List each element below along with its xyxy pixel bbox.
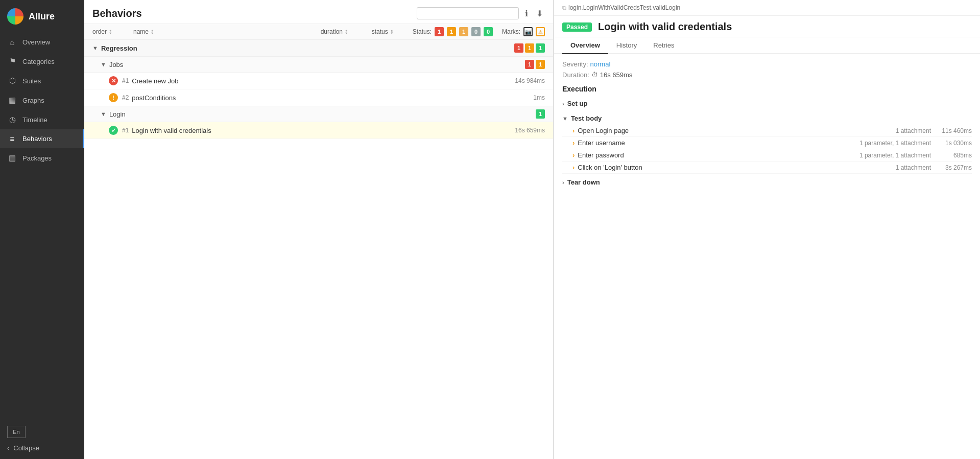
- step-meta: 1 parameter, 1 attachment: [859, 140, 931, 147]
- status-col-label: status: [372, 28, 388, 35]
- sidebar-item-timeline[interactable]: ◷ Timeline: [0, 110, 84, 129]
- setup-label: Set up: [567, 100, 588, 107]
- step-name: Click on 'Login' button: [578, 164, 892, 171]
- regression-chevron: ▼: [92, 45, 98, 51]
- sidebar-label-overview: Overview: [22, 38, 50, 46]
- duration-value: 16s 659ms: [600, 71, 633, 79]
- duration-sort-icon: ⇕: [344, 29, 348, 35]
- step-item[interactable]: › Open Login page 1 attachment 11s 460ms: [562, 125, 972, 137]
- teardown-section-toggle[interactable]: › Tear down: [562, 176, 972, 189]
- step-duration: 3s 267ms: [931, 164, 972, 171]
- teardown-chevron: ›: [562, 179, 564, 186]
- step-item[interactable]: › Enter password 1 parameter, 1 attachme…: [562, 149, 972, 162]
- sidebar-label-packages: Packages: [22, 154, 52, 162]
- regression-label: Regression: [101, 44, 137, 52]
- suites-icon: ⬡: [7, 76, 17, 85]
- tab-overview[interactable]: Overview: [562, 37, 608, 54]
- timeline-icon: ◷: [7, 115, 17, 124]
- detail-panel: ⧉ login.LoginWithValidCredsTest.validLog…: [554, 0, 980, 459]
- sidebar-label-timeline: Timeline: [22, 116, 47, 124]
- status-badge-skipped: 0: [471, 27, 481, 36]
- sidebar-label-suites: Suites: [22, 77, 41, 85]
- regression-badges: 1 1 1: [514, 43, 545, 53]
- status-label: Status:: [413, 28, 432, 35]
- test-fail-icon: ✕: [109, 76, 118, 85]
- step-item[interactable]: › Click on 'Login' button 1 attachment 3…: [562, 162, 972, 174]
- step-duration: 1s 030ms: [931, 140, 972, 147]
- test-row[interactable]: ! #2 postConditions 1ms: [84, 89, 553, 106]
- download-button[interactable]: ⬇: [534, 8, 545, 19]
- sidebar-item-packages[interactable]: ▤ Packages: [0, 148, 84, 168]
- test-body-label: Test body: [571, 114, 602, 122]
- sidebar: Allure ⌂ Overview ⚑ Categories ⬡ Suites …: [0, 0, 84, 459]
- mark-icon-warning: ⚠: [536, 27, 545, 36]
- test-num: #1: [122, 127, 129, 134]
- duration-col-label: duration: [321, 28, 343, 35]
- duration-label: Duration:: [562, 71, 589, 79]
- subgroup-login[interactable]: ▼ Login 1: [84, 106, 553, 122]
- name-col-label: name: [133, 28, 149, 35]
- detail-tabs: Overview History Retries: [554, 37, 980, 54]
- main-content: Behaviors ℹ ⬇ order ⇕ name ⇕: [84, 0, 980, 459]
- allure-logo-icon: [7, 8, 23, 25]
- group-regression[interactable]: ▼ Regression 1 1 1: [84, 40, 553, 57]
- sidebar-label-categories: Categories: [22, 58, 55, 65]
- severity-label: Severity:: [562, 60, 588, 68]
- subgroup-jobs[interactable]: ▼ Jobs 1 1: [84, 57, 553, 73]
- setup-section-toggle[interactable]: › Set up: [562, 97, 972, 110]
- sidebar-item-suites[interactable]: ⬡ Suites: [0, 71, 84, 90]
- status-badge-broken: 1: [447, 27, 456, 36]
- detail-title: Login with valid credentials: [598, 21, 732, 33]
- overview-icon: ⌂: [7, 38, 17, 47]
- step-item[interactable]: › Enter username 1 parameter, 1 attachme…: [562, 137, 972, 149]
- tab-history[interactable]: History: [608, 37, 645, 54]
- tab-retries[interactable]: Retries: [645, 37, 682, 54]
- test-row-selected[interactable]: ✓ #1 Login with valid credentials 16s 65…: [84, 122, 553, 139]
- sidebar-item-behaviors[interactable]: ≡ Behaviors: [0, 129, 84, 148]
- detail-title-row: Passed Login with valid credentials: [554, 16, 980, 37]
- language-button[interactable]: En: [7, 426, 26, 438]
- test-pass-icon: ✓: [109, 126, 118, 135]
- passed-badge: Passed: [562, 22, 592, 32]
- test-duration: 1ms: [533, 94, 545, 101]
- sidebar-item-graphs[interactable]: ▦ Graphs: [0, 90, 84, 110]
- step-chevron: ›: [572, 151, 575, 159]
- page-title: Behaviors: [92, 8, 142, 19]
- step-meta: 1 attachment: [896, 127, 931, 134]
- duration-col-header[interactable]: duration ⇕: [321, 28, 348, 35]
- test-duration: 16s 659ms: [515, 127, 545, 134]
- order-col-header[interactable]: order ⇕: [92, 28, 112, 35]
- info-button[interactable]: ℹ: [523, 8, 530, 19]
- test-list: ▼ Regression 1 1 1 ▼ Jobs 1 1 ✕: [84, 40, 553, 459]
- order-sort-icon: ⇕: [108, 29, 112, 35]
- execution-heading: Execution: [562, 85, 972, 93]
- search-input[interactable]: [417, 7, 519, 19]
- name-col-header[interactable]: name ⇕: [133, 28, 154, 35]
- collapse-button[interactable]: ‹ Collapse: [7, 442, 77, 454]
- test-row[interactable]: ✕ #1 Create new Job 14s 984ms: [84, 73, 553, 89]
- jobs-label: Jobs: [109, 61, 123, 68]
- test-body-section-toggle[interactable]: ▼ Test body: [562, 112, 972, 125]
- jobs-badge-2: 1: [536, 60, 545, 69]
- jobs-badge-1: 1: [525, 60, 534, 69]
- duration-row: Duration: ⏱ 16s 659ms: [562, 71, 972, 79]
- categories-icon: ⚑: [7, 57, 17, 66]
- mark-icon-camera: 📷: [523, 27, 533, 36]
- test-body-chevron: ▼: [562, 116, 568, 122]
- severity-value: normal: [590, 60, 611, 68]
- status-col-header[interactable]: status ⇕: [372, 28, 394, 35]
- graphs-icon: ▦: [7, 96, 17, 105]
- step-name: Enter username: [578, 139, 856, 147]
- regression-badge-3: 1: [536, 43, 545, 53]
- sidebar-item-overview[interactable]: ⌂ Overview: [0, 33, 84, 52]
- test-num: #2: [122, 94, 129, 101]
- sidebar-bottom: En ‹ Collapse: [0, 421, 84, 459]
- step-chevron: ›: [572, 164, 575, 171]
- regression-badge-2: 1: [525, 43, 534, 53]
- step-duration: 11s 460ms: [931, 127, 972, 134]
- order-col-label: order: [92, 28, 107, 35]
- sidebar-item-categories[interactable]: ⚑ Categories: [0, 52, 84, 71]
- step-meta: 1 attachment: [896, 164, 931, 171]
- detail-body: Severity: normal Duration: ⏱ 16s 659ms E…: [554, 54, 980, 459]
- login-chevron: ▼: [101, 111, 106, 117]
